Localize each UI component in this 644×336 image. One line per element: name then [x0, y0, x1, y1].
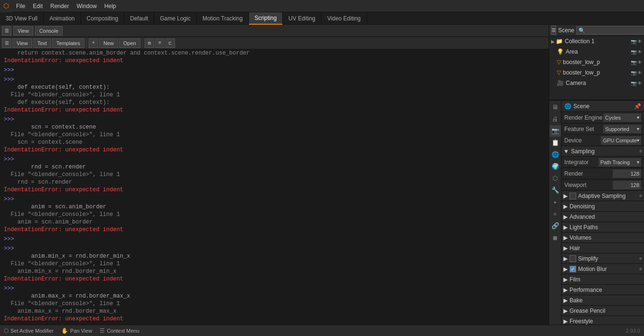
props-icon-scene[interactable]: 🌐 — [550, 149, 561, 160]
tab-uv-editing[interactable]: UV Editing — [283, 12, 322, 25]
device-dropdown[interactable]: GPU Compute — [601, 136, 641, 145]
outliner-mode-icon[interactable]: ☰ — [551, 26, 556, 35]
props-icon-world[interactable]: 🌍 — [550, 161, 561, 172]
sub-label: Motion Blur — [578, 266, 607, 272]
version-label: 2.93.0 — [626, 328, 640, 334]
vis-eye-icon[interactable]: 👁 — [637, 39, 642, 44]
subsection-motion-blur[interactable]: Motion Blur≡ — [561, 264, 644, 274]
feature-set-label: Feature Set — [564, 126, 603, 132]
vp-templates-btn[interactable]: Templates — [52, 38, 84, 48]
feature-set-dropdown[interactable]: Supported — [603, 125, 641, 133]
subsection-adaptive-sampling[interactable]: Adaptive Sampling≡ — [561, 191, 644, 201]
sub-label: Simplify — [578, 255, 598, 262]
props-icon-physics[interactable]: ⚛ — [550, 208, 561, 220]
vis-b2-cam[interactable]: 📷 — [631, 70, 636, 75]
tab-game-logic[interactable]: Game Logic — [154, 12, 197, 25]
console-icon-btn[interactable]: ☰ — [2, 26, 11, 36]
props-icon-data[interactable]: ▦ — [550, 232, 561, 243]
console-input-line: anim.min_x = rnd.border_min_x — [4, 252, 545, 260]
props-icon-view-layer[interactable]: 📋 — [550, 137, 561, 149]
subsection-film[interactable]: Film — [561, 274, 644, 285]
tab-3d-view-full[interactable]: 3D View Full — [0, 12, 44, 25]
menu-help[interactable]: Help — [101, 0, 120, 12]
vp-text-btn[interactable]: Text — [33, 38, 51, 48]
props-icon-constraints[interactable]: 🔗 — [550, 220, 561, 232]
outliner-header: ☰ Scene ≡ — [549, 25, 644, 36]
tab-scripting[interactable]: Scripting — [249, 12, 283, 25]
vis-cam-cam[interactable]: 📷 — [631, 81, 636, 86]
outliner-item-area[interactable]: 💡 Area 📷 👁 — [549, 47, 644, 57]
render-samples-value[interactable]: 128 — [613, 169, 641, 178]
vis-cam-eye[interactable]: 👁 — [637, 81, 642, 86]
scene-name-header: Scene — [573, 103, 589, 110]
tab-compositing[interactable]: Compositing — [81, 12, 125, 25]
vp-icons-2[interactable]: ≡ — [155, 38, 165, 48]
vp-mode-icon[interactable]: ☰ — [2, 38, 11, 48]
console-output[interactable]: File "<blender_console>", line 1 def pol… — [0, 49, 549, 325]
vis-area-eye[interactable]: 👁 — [637, 49, 642, 55]
subsection-performance[interactable]: Performance — [561, 285, 644, 295]
props-icon-particles[interactable]: ✦ — [550, 196, 561, 208]
console-file-line: File "<blender_console>", line 1 — [4, 131, 545, 139]
vp-new-btn[interactable]: New — [99, 38, 118, 48]
vp-open-btn[interactable]: Open — [119, 38, 140, 48]
item-vis-camera: 📷 👁 — [631, 81, 642, 86]
vis-area-cam[interactable]: 📷 — [631, 49, 636, 55]
vis-b2-eye[interactable]: 👁 — [637, 70, 642, 75]
props-icon-render[interactable]: 📷 — [550, 125, 561, 137]
outliner-item-booster1[interactable]: ▽ booster_low_p 📷 👁 — [549, 57, 644, 67]
menu-file[interactable]: File — [12, 0, 29, 12]
props-icon-scene-display[interactable]: 🖥 — [550, 102, 561, 113]
subsection-bake[interactable]: Bake — [561, 295, 644, 306]
sub-checkbox[interactable] — [570, 255, 576, 262]
subsection-denoising[interactable]: Denoising — [561, 201, 644, 212]
console-error-line: IndentationError: unexpected indent — [4, 275, 545, 283]
vis-b1-eye[interactable]: 👁 — [637, 60, 642, 65]
sub-list-icon: ≡ — [639, 256, 642, 261]
menu-edit[interactable]: Edit — [29, 0, 46, 12]
menu-render[interactable]: Render — [46, 0, 73, 12]
subsection-freestyle[interactable]: Freestyle — [561, 316, 644, 325]
subsection-simplify[interactable]: Simplify≡ — [561, 253, 644, 264]
subsection-advanced[interactable]: Advanced — [561, 212, 644, 222]
sub-label: Freestyle — [570, 318, 593, 325]
pan-view-label: Pan View — [70, 328, 92, 334]
subsection-light-paths[interactable]: Light Paths — [561, 222, 644, 233]
props-icon-modifier[interactable]: 🔧 — [550, 185, 561, 196]
integrator-dropdown[interactable]: Path Tracing — [598, 158, 641, 167]
console-error-line: IndentationError: unexpected indent — [4, 57, 545, 65]
render-engine-dropdown[interactable]: Cycles — [603, 113, 641, 122]
sub-checkbox[interactable] — [570, 266, 576, 272]
vis-camera-icon[interactable]: 📷 — [631, 39, 636, 44]
sampling-header[interactable]: Sampling ≡ — [561, 146, 644, 157]
outliner-item-camera[interactable]: 🎥 Camera 📷 👁 — [549, 78, 644, 88]
viewport-samples-value[interactable]: 128 — [613, 181, 641, 189]
tab-default[interactable]: Default — [124, 12, 154, 25]
vp-icons-1[interactable]: ⊞ — [145, 38, 154, 48]
integrator-row: Integrator Path Tracing — [561, 157, 644, 168]
tab-video-editing[interactable]: Video Editing — [322, 12, 367, 25]
console-menu-btn[interactable]: Console — [35, 26, 63, 36]
subsection-grease-pencil[interactable]: Grease Pencil — [561, 306, 644, 316]
view-menu-btn[interactable]: View — [13, 26, 33, 36]
vp-icons-3[interactable]: ⊏ — [166, 38, 175, 48]
props-icon-object[interactable]: ⬡ — [550, 173, 561, 184]
console-file-line: File "<blender_console>", line 1 — [4, 260, 545, 268]
subsection-volumes[interactable]: Volumes — [561, 233, 644, 243]
outliner-search-input[interactable] — [576, 26, 644, 35]
vp-add-icon[interactable]: + — [89, 38, 98, 48]
tab-motion-tracking[interactable]: Motion Tracking — [197, 12, 249, 25]
sub-chevron-icon — [563, 276, 568, 283]
outliner-item-collection1[interactable]: ▶ 📁 Collection 1 📷 👁 — [549, 36, 644, 47]
vp-view-btn[interactable]: View — [12, 38, 32, 48]
outliner-item-booster2[interactable]: ▽ booster_low_p 📷 👁 — [549, 67, 644, 78]
render-samples-label: Render — [564, 170, 613, 177]
props-icon-output[interactable]: 🖨 — [550, 113, 561, 125]
vis-b1-cam[interactable]: 📷 — [631, 60, 636, 65]
pin-icon[interactable]: 📌 — [634, 103, 641, 110]
subsection-hair[interactable]: Hair — [561, 243, 644, 253]
menu-window[interactable]: Window — [73, 0, 101, 12]
sub-checkbox[interactable] — [570, 193, 576, 199]
tab-animation[interactable]: Animation — [44, 12, 81, 25]
sub-chevron-icon — [563, 318, 568, 325]
